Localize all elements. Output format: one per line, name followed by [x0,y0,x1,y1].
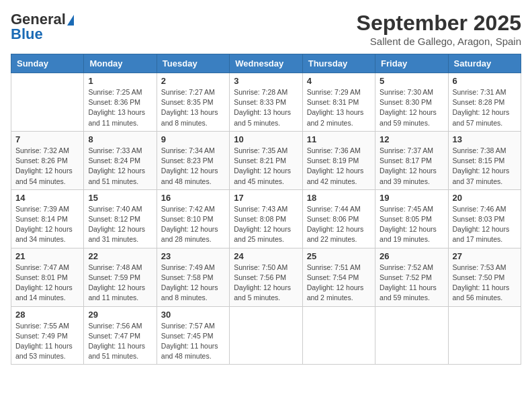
day-number: 17 [234,193,298,203]
day-number: 22 [88,251,152,261]
day-info: Sunrise: 7:44 AMSunset: 8:06 PMDaylight:… [307,204,371,245]
day-number: 11 [307,134,371,144]
calendar-cell: 14Sunrise: 7:39 AMSunset: 8:14 PMDayligh… [11,189,84,248]
day-info: Sunrise: 7:46 AMSunset: 8:03 PMDaylight:… [453,204,517,245]
day-number: 21 [15,251,79,261]
day-info: Sunrise: 7:52 AMSunset: 7:52 PMDaylight:… [380,263,443,304]
day-number: 9 [161,134,225,144]
day-number: 13 [453,134,517,144]
calendar-week-row: 28Sunrise: 7:55 AMSunset: 7:49 PMDayligh… [11,306,521,365]
calendar-cell: 29Sunrise: 7:56 AMSunset: 7:47 PMDayligh… [84,306,157,365]
day-number: 19 [380,193,443,203]
calendar-cell: 27Sunrise: 7:53 AMSunset: 7:50 PMDayligh… [448,248,521,306]
day-number: 16 [161,193,225,203]
day-number: 5 [380,76,443,86]
day-info: Sunrise: 7:50 AMSunset: 7:56 PMDaylight:… [234,263,298,304]
calendar-week-row: 14Sunrise: 7:39 AMSunset: 8:14 PMDayligh… [11,189,521,248]
page-subtitle: Sallent de Gallego, Aragon, Spain [357,36,521,47]
calendar-cell: 11Sunrise: 7:36 AMSunset: 8:19 PMDayligh… [302,131,375,189]
day-number: 27 [453,251,517,261]
day-info: Sunrise: 7:33 AMSunset: 8:24 PMDaylight:… [88,146,152,187]
day-info: Sunrise: 7:40 AMSunset: 8:12 PMDaylight:… [88,204,152,245]
calendar-cell: 15Sunrise: 7:40 AMSunset: 8:12 PMDayligh… [84,189,157,248]
day-header-friday: Friday [375,54,448,73]
day-header-monday: Monday [84,54,157,73]
day-number: 8 [88,134,152,144]
calendar-week-row: 1Sunrise: 7:25 AMSunset: 8:36 PMDaylight… [11,73,521,132]
calendar-cell: 23Sunrise: 7:49 AMSunset: 7:58 PMDayligh… [157,248,229,306]
day-number: 4 [307,76,371,86]
day-info: Sunrise: 7:42 AMSunset: 8:10 PMDaylight:… [161,204,225,245]
day-info: Sunrise: 7:29 AMSunset: 8:31 PMDaylight:… [307,87,371,128]
calendar-cell: 1Sunrise: 7:25 AMSunset: 8:36 PMDaylight… [84,73,157,132]
day-number: 12 [380,134,443,144]
day-info: Sunrise: 7:45 AMSunset: 8:05 PMDaylight:… [380,204,443,245]
logo-blue: Blue [11,26,43,43]
calendar-cell: 7Sunrise: 7:32 AMSunset: 8:26 PMDaylight… [11,131,84,189]
calendar-cell: 3Sunrise: 7:28 AMSunset: 8:33 PMDaylight… [230,73,302,132]
day-number: 20 [453,193,517,203]
calendar-week-row: 7Sunrise: 7:32 AMSunset: 8:26 PMDaylight… [11,131,521,189]
calendar-cell: 30Sunrise: 7:57 AMSunset: 7:45 PMDayligh… [157,306,229,365]
day-info: Sunrise: 7:31 AMSunset: 8:28 PMDaylight:… [453,87,517,128]
calendar-cell: 21Sunrise: 7:47 AMSunset: 8:01 PMDayligh… [11,248,84,306]
day-info: Sunrise: 7:28 AMSunset: 8:33 PMDaylight:… [234,87,298,128]
day-number: 25 [307,251,371,261]
day-info: Sunrise: 7:56 AMSunset: 7:47 PMDaylight:… [88,321,152,362]
calendar-cell: 16Sunrise: 7:42 AMSunset: 8:10 PMDayligh… [157,189,229,248]
calendar-cell: 10Sunrise: 7:35 AMSunset: 8:21 PMDayligh… [230,131,302,189]
calendar-cell: 6Sunrise: 7:31 AMSunset: 8:28 PMDaylight… [448,73,521,132]
header: General Blue September 2025 Sallent de G… [11,11,521,47]
calendar-cell: 13Sunrise: 7:38 AMSunset: 8:15 PMDayligh… [448,131,521,189]
calendar-cell: 28Sunrise: 7:55 AMSunset: 7:49 PMDayligh… [11,306,84,365]
calendar-cell: 26Sunrise: 7:52 AMSunset: 7:52 PMDayligh… [375,248,448,306]
calendar-cell [230,306,302,365]
calendar-week-row: 21Sunrise: 7:47 AMSunset: 8:01 PMDayligh… [11,248,521,306]
day-info: Sunrise: 7:57 AMSunset: 7:45 PMDaylight:… [161,321,225,362]
calendar-cell: 2Sunrise: 7:27 AMSunset: 8:35 PMDaylight… [157,73,229,132]
day-number: 24 [234,251,298,261]
calendar-cell: 25Sunrise: 7:51 AMSunset: 7:54 PMDayligh… [302,248,375,306]
calendar-cell [302,306,375,365]
calendar-cell: 12Sunrise: 7:37 AMSunset: 8:17 PMDayligh… [375,131,448,189]
page-title: September 2025 [357,11,521,36]
day-info: Sunrise: 7:53 AMSunset: 7:50 PMDaylight:… [453,263,517,304]
day-info: Sunrise: 7:30 AMSunset: 8:30 PMDaylight:… [380,87,443,128]
calendar-cell: 17Sunrise: 7:43 AMSunset: 8:08 PMDayligh… [230,189,302,248]
day-number: 15 [88,193,152,203]
calendar-cell [375,306,448,365]
calendar-cell: 22Sunrise: 7:48 AMSunset: 7:59 PMDayligh… [84,248,157,306]
day-info: Sunrise: 7:49 AMSunset: 7:58 PMDaylight:… [161,263,225,304]
day-number: 2 [161,76,225,86]
day-info: Sunrise: 7:32 AMSunset: 8:26 PMDaylight:… [15,146,79,187]
day-number: 10 [234,134,298,144]
day-info: Sunrise: 7:36 AMSunset: 8:19 PMDaylight:… [307,146,371,187]
day-info: Sunrise: 7:38 AMSunset: 8:15 PMDaylight:… [453,146,517,187]
calendar-cell: 8Sunrise: 7:33 AMSunset: 8:24 PMDaylight… [84,131,157,189]
day-info: Sunrise: 7:37 AMSunset: 8:17 PMDaylight:… [380,146,443,187]
calendar-table: SundayMondayTuesdayWednesdayThursdayFrid… [11,54,521,365]
logo: General Blue [11,11,74,43]
day-number: 23 [161,251,225,261]
day-number: 26 [380,251,443,261]
day-info: Sunrise: 7:27 AMSunset: 8:35 PMDaylight:… [161,87,225,128]
day-number: 14 [15,193,79,203]
calendar-cell: 20Sunrise: 7:46 AMSunset: 8:03 PMDayligh… [448,189,521,248]
calendar-cell: 4Sunrise: 7:29 AMSunset: 8:31 PMDaylight… [302,73,375,132]
day-info: Sunrise: 7:25 AMSunset: 8:36 PMDaylight:… [88,87,152,128]
day-info: Sunrise: 7:51 AMSunset: 7:54 PMDaylight:… [307,263,371,304]
day-number: 30 [161,310,225,320]
day-info: Sunrise: 7:48 AMSunset: 7:59 PMDaylight:… [88,263,152,304]
calendar-cell [11,73,84,132]
day-number: 3 [234,76,298,86]
day-number: 7 [15,134,79,144]
calendar-cell: 18Sunrise: 7:44 AMSunset: 8:06 PMDayligh… [302,189,375,248]
calendar-cell: 5Sunrise: 7:30 AMSunset: 8:30 PMDaylight… [375,73,448,132]
calendar-cell: 24Sunrise: 7:50 AMSunset: 7:56 PMDayligh… [230,248,302,306]
day-info: Sunrise: 7:43 AMSunset: 8:08 PMDaylight:… [234,204,298,245]
calendar-header-row: SundayMondayTuesdayWednesdayThursdayFrid… [11,54,521,73]
day-header-sunday: Sunday [11,54,84,73]
day-number: 6 [453,76,517,86]
day-number: 29 [88,310,152,320]
day-info: Sunrise: 7:34 AMSunset: 8:23 PMDaylight:… [161,146,225,187]
